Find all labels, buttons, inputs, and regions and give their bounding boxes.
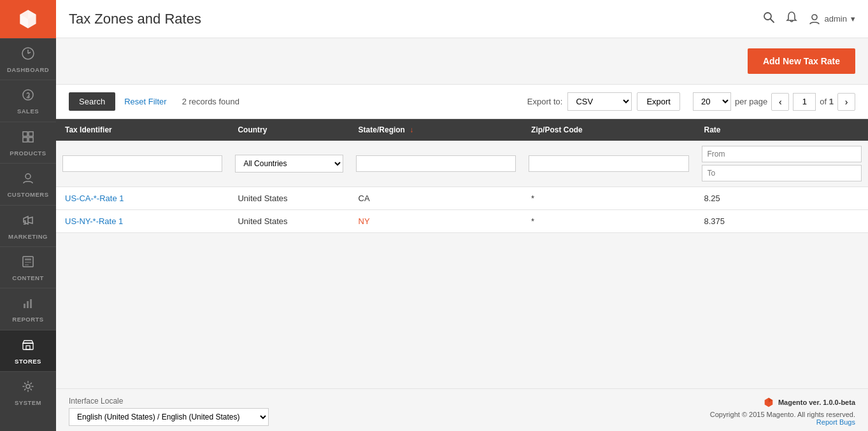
sidebar-item-label: CONTENT (12, 274, 43, 281)
col-tax-identifier: Tax Identifier (56, 119, 229, 141)
logo[interactable] (0, 0, 56, 38)
sales-icon (21, 88, 35, 105)
per-page-select[interactable]: 20 50 100 (693, 92, 731, 111)
filter-state-input[interactable] (356, 155, 516, 172)
table-header: Tax Identifier Country State/Region ↓ Zi… (56, 119, 868, 141)
tax-identifier-link-1[interactable]: US-CA-*-Rate 1 (65, 194, 124, 203)
search-icon[interactable] (762, 11, 775, 27)
cell-tax-identifier-2: US-NY-*-Rate 1 (56, 210, 229, 233)
svg-rect-12 (27, 301, 29, 308)
sidebar-item-reports[interactable]: REPORTS (0, 288, 56, 329)
cell-rate-1: 8.25 (695, 187, 868, 210)
svg-rect-8 (25, 258, 31, 260)
next-page-button[interactable]: › (837, 93, 855, 111)
system-icon (21, 379, 35, 397)
add-new-tax-rate-button[interactable]: Add New Tax Rate (748, 48, 855, 74)
page-number-input[interactable] (793, 93, 816, 111)
toolbar: Search Reset Filter 2 records found Expo… (56, 85, 868, 119)
table-row: US-NY-*-Rate 1 United States NY * 8.375 (56, 210, 868, 233)
reset-filter-button[interactable]: Reset Filter (122, 92, 169, 111)
filter-country-select[interactable]: All Countries United States (235, 155, 343, 173)
col-label-zip-post-code: Zip/Post Code (531, 125, 583, 134)
notifications-icon[interactable] (785, 11, 798, 27)
stores-icon (21, 338, 35, 355)
search-button[interactable]: Search (69, 92, 115, 111)
tax-identifier-link-2[interactable]: US-NY-*-Rate 1 (65, 216, 123, 226)
svg-rect-2 (23, 132, 27, 136)
cell-rate-2: 8.375 (695, 210, 868, 233)
svg-rect-3 (29, 132, 33, 136)
filter-rate-to-input[interactable] (702, 165, 862, 181)
svg-rect-4 (23, 138, 27, 142)
svg-rect-11 (24, 304, 25, 308)
sidebar-item-label: SALES (17, 108, 39, 115)
filter-rate-from-input[interactable] (702, 146, 862, 162)
rate-filter-inputs (702, 146, 862, 181)
sidebar-item-products[interactable]: PRODUCTS (0, 122, 56, 163)
sidebar-item-label: SYSTEM (15, 399, 41, 406)
sidebar-item-content[interactable]: CONTENT (0, 246, 56, 288)
sidebar-item-system[interactable]: SYSTEM (0, 371, 56, 413)
table-header-row: Tax Identifier Country State/Region ↓ Zi… (56, 119, 868, 141)
sidebar-item-customers[interactable]: CUSTOMERS (0, 163, 56, 204)
svg-rect-15 (26, 346, 30, 350)
customers-icon (21, 171, 35, 188)
filter-zip-input[interactable] (529, 155, 688, 172)
svg-point-17 (764, 13, 771, 20)
products-icon (21, 130, 35, 147)
col-label-country: Country (238, 125, 267, 134)
dashboard-icon (21, 46, 35, 64)
topbar-actions: admin ▾ (762, 11, 855, 27)
cell-zip-2: * (522, 210, 695, 233)
sort-icon: ↓ (409, 125, 413, 134)
sidebar-item-label: PRODUCTS (10, 150, 46, 157)
cell-state-1: CA (350, 187, 522, 210)
svg-rect-10 (25, 264, 29, 265)
content-icon (21, 255, 35, 272)
toolbar-left: Search Reset Filter 2 records found (69, 92, 239, 111)
export-button[interactable]: Export (637, 92, 680, 111)
export-label: Export to: (527, 97, 563, 106)
sidebar-item-label: DASHBOARD (7, 66, 49, 73)
cell-tax-identifier: US-CA-*-Rate 1 (56, 187, 229, 210)
sidebar-item-dashboard[interactable]: DASHBOARD (0, 38, 56, 80)
marketing-icon (21, 213, 35, 230)
cell-zip-1: * (522, 187, 695, 210)
locale-select[interactable]: English (United States) / English (Unite… (69, 408, 269, 426)
svg-point-16 (26, 385, 30, 388)
sidebar-item-stores[interactable]: STORES (0, 330, 56, 371)
footer: Interface Locale English (United States)… (56, 388, 868, 431)
export-format-select[interactable]: CSV Excel XML (567, 92, 632, 111)
page-title: Tax Zones and Rates (69, 11, 201, 27)
footer-right: Magento ver. 1.0.0-beta Copyright © 2015… (710, 397, 855, 426)
action-bar: Add New Tax Rate (56, 38, 868, 85)
sidebar-item-marketing[interactable]: MARKETING (0, 205, 56, 246)
col-zip-post-code: Zip/Post Code (522, 119, 695, 141)
col-country: Country (229, 119, 349, 141)
prev-page-button[interactable]: ‹ (771, 93, 789, 111)
filter-tax-identifier-input[interactable] (62, 155, 222, 172)
content-area: Add New Tax Rate Search Reset Filter 2 r… (56, 38, 868, 388)
toolbar-right: Export to: CSV Excel XML Export 20 50 10… (527, 92, 855, 111)
svg-point-1 (23, 90, 33, 100)
col-state-region[interactable]: State/Region ↓ (350, 119, 522, 141)
sidebar: DASHBOARD SALES PRODUCTS CUSTOMERS MARKE… (0, 0, 56, 431)
cell-country-2: United States (229, 210, 349, 233)
filter-cell-zip (522, 141, 695, 187)
svg-rect-9 (25, 262, 31, 263)
report-bugs-link[interactable]: Report Bugs (710, 418, 855, 426)
svg-rect-14 (23, 343, 33, 350)
sidebar-item-sales[interactable]: SALES (0, 80, 56, 121)
page-total: 1 (829, 97, 834, 106)
cell-country-1: United States (229, 187, 349, 210)
svg-point-6 (25, 174, 31, 179)
tax-rates-table-container: Tax Identifier Country State/Region ↓ Zi… (56, 119, 868, 233)
col-label-tax-identifier: Tax Identifier (65, 125, 112, 134)
user-label: admin (825, 14, 847, 24)
magento-brand-label: Magento ver. 1.0.0-beta (778, 399, 855, 406)
user-menu[interactable]: admin ▾ (808, 13, 855, 25)
col-rate: Rate (695, 119, 868, 141)
svg-point-18 (812, 15, 817, 20)
pagination: 20 50 100 per page ‹ of 1 › (693, 92, 855, 111)
copyright-text: Copyright © 2015 Magento. All rights res… (710, 411, 855, 418)
